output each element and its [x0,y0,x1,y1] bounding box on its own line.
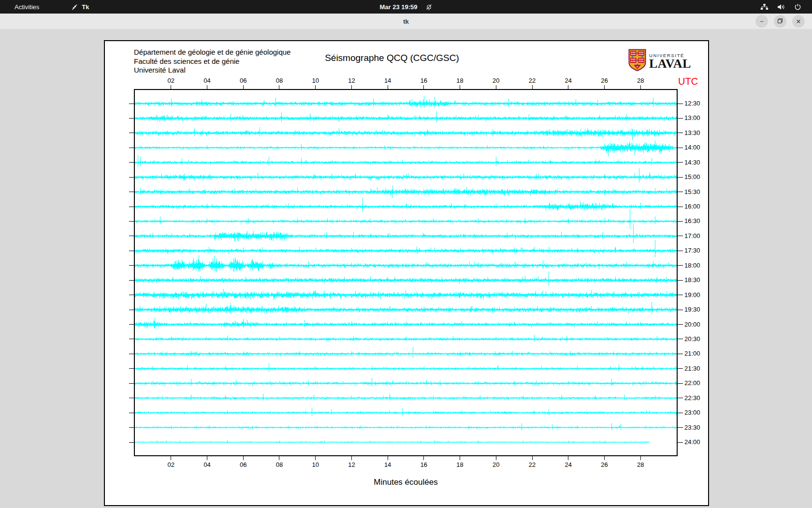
close-button[interactable]: ✕ [792,15,805,28]
x-tick-label-top: 16 [416,77,432,84]
window-titlebar: tk − ✕ [0,14,812,30]
x-tick-top [171,85,171,89]
x-tick-top [388,85,388,89]
y-tick-label: 21:00 [684,350,700,357]
logo-line2: LAVAL [649,58,691,70]
y-tick-label: 23:00 [684,409,700,416]
network-icon [760,3,768,11]
y-tick-label: 18:30 [684,276,700,284]
x-tick-label-bottom: 04 [199,461,215,468]
seismogram-traces [135,90,677,455]
x-tick-label-top: 20 [488,77,504,84]
y-tick-right [678,221,683,222]
focused-app-menu[interactable]: Tk [71,3,89,11]
x-tick-top [423,85,424,89]
x-tick-label-bottom: 14 [379,461,396,468]
x-tick-top [279,85,279,89]
volume-icon [777,3,785,11]
y-tick-left [129,265,134,266]
y-tick-right [678,162,683,163]
plot-title: Séismographe QCQ (CGC/GSC) [105,53,679,63]
y-tick-left [129,236,134,236]
y-tick-right [678,251,683,251]
x-tick-label-bottom: 18 [452,461,468,468]
department-text-line: Université Laval [134,66,290,75]
x-axis-title: Minutes écoulées [134,478,678,487]
activities-button[interactable]: Activities [12,2,42,12]
x-tick-label-bottom: 06 [235,461,251,468]
y-tick-label: 13:30 [684,129,700,136]
y-tick-label: 22:30 [684,394,700,402]
x-tick-top [532,85,533,89]
x-tick-label-bottom: 24 [560,461,577,468]
app-menu-label: Tk [82,3,89,11]
y-tick-right [678,339,683,339]
restore-button[interactable] [774,15,786,28]
x-tick-top [568,85,568,89]
y-tick-label: 20:30 [684,335,700,343]
x-tick-label-top: 26 [596,77,613,84]
y-tick-label: 15:00 [684,173,700,180]
x-tick-label-top: 14 [379,77,396,84]
y-tick-label: 19:00 [684,291,700,299]
x-tick-bottom [171,456,171,460]
x-tick-bottom [640,456,641,460]
y-tick-right [678,324,683,325]
x-tick-label-top: 24 [560,77,577,84]
y-tick-label: 17:00 [684,232,700,239]
y-tick-right [678,295,683,295]
y-tick-left [129,280,134,281]
y-tick-right [678,133,683,133]
x-tick-label-top: 12 [343,77,360,84]
x-tick-bottom [532,456,533,460]
x-tick-label-bottom: 02 [163,461,179,468]
x-tick-bottom [460,456,460,460]
y-tick-left [129,221,134,222]
x-tick-label-bottom: 28 [632,461,649,468]
y-tick-label: 13:00 [684,114,700,121]
y-tick-right [678,427,683,428]
minimize-button[interactable]: − [755,15,768,28]
x-tick-bottom [315,456,316,460]
laval-shield-icon [628,49,646,74]
x-tick-top [351,85,352,89]
y-tick-label: 18:00 [684,262,700,269]
x-tick-label-bottom: 22 [524,461,540,468]
y-tick-right [678,442,683,443]
y-tick-label: 17:30 [684,247,700,254]
y-tick-left [129,251,134,251]
x-tick-label-bottom: 26 [596,461,613,468]
y-tick-right [678,383,683,384]
y-tick-left [129,295,134,295]
desktop: Activities Tk Mar 23 19:59 [0,0,812,508]
x-tick-bottom [243,456,244,460]
y-tick-right [678,265,683,266]
y-tick-left [129,413,134,413]
x-tick-label-top: 18 [452,77,468,84]
y-tick-left [129,104,134,104]
y-tick-label: 23:30 [684,424,700,431]
y-tick-left [129,133,134,133]
y-tick-left [129,192,134,192]
restore-icon [777,18,783,25]
clock-button[interactable]: Mar 23 19:59 [379,3,417,11]
y-tick-label: 19:30 [684,306,700,313]
x-tick-label-top: 02 [163,77,179,84]
x-tick-bottom [568,456,568,460]
universite-laval-logo: UNIVERSITÉ LAVAL [628,49,691,74]
y-tick-right [678,368,683,369]
y-tick-left [129,324,134,325]
x-tick-label-top: 22 [524,77,540,84]
x-tick-bottom [279,456,279,460]
y-tick-left [129,339,134,339]
y-tick-left [129,162,134,163]
power-icon [794,3,801,11]
y-tick-label: 14:30 [684,159,700,166]
x-tick-bottom [604,456,605,460]
x-tick-label-top: 08 [271,77,288,84]
system-tray[interactable] [760,3,801,11]
y-tick-left [129,368,134,369]
x-tick-top [640,85,641,89]
y-tick-left [129,398,134,398]
y-tick-label: 12:30 [684,100,700,107]
